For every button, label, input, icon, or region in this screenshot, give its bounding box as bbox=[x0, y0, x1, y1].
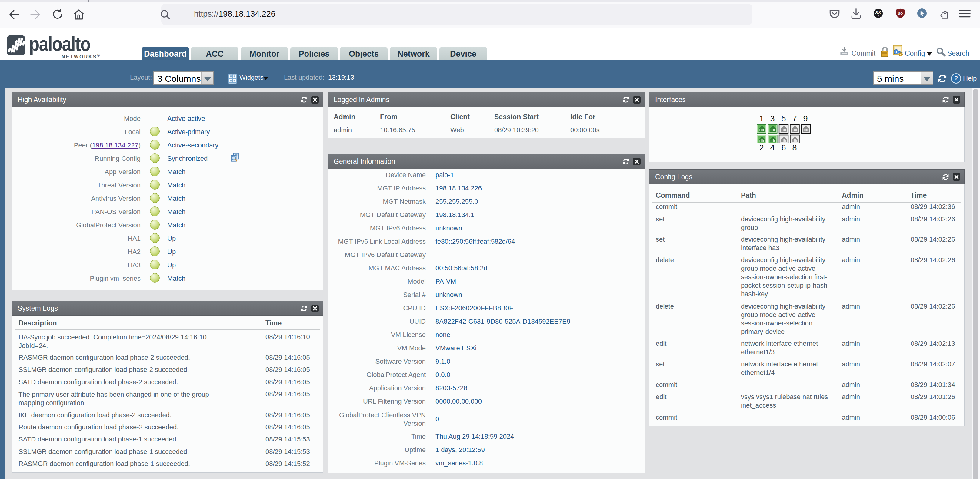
svg-text:x: x bbox=[878, 14, 880, 17]
svg-text:XX: XX bbox=[875, 10, 881, 14]
svg-text:uo: uo bbox=[898, 11, 903, 16]
svg-text:?: ? bbox=[954, 75, 958, 81]
